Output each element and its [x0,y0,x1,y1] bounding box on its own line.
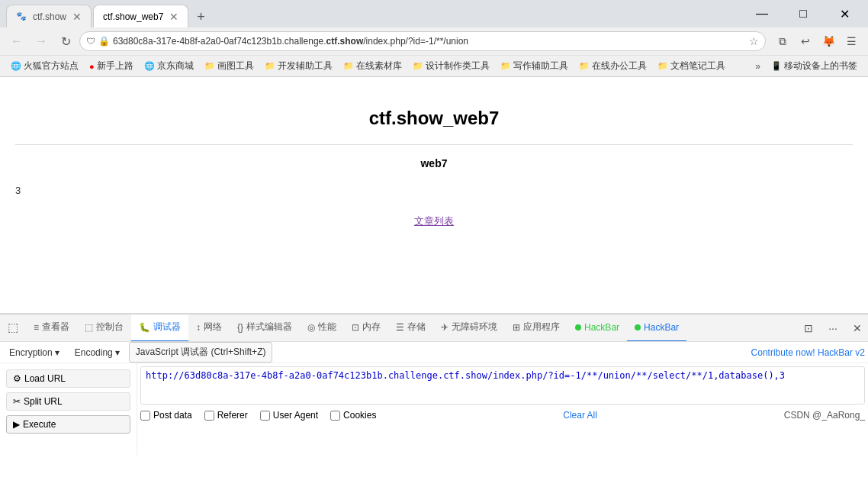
console-icon: ⬚ [85,322,93,333]
hackbar-active-label: HackBar [644,322,679,333]
bookmark-icon-1: 🌐 [11,61,21,71]
forward-button[interactable]: → [31,31,52,52]
devtools-dock-button[interactable]: ⊡ [798,318,819,339]
menu-icon[interactable]: ☰ [841,31,862,52]
devtools-right-controls: ⊡ ··· ✕ [798,318,868,339]
split-url-button[interactable]: ✂ Split URL [6,392,130,411]
bookmark-mobile[interactable]: 📱 移动设备上的书签 [767,58,862,74]
user-agent-checkbox[interactable]: User Agent [260,410,318,421]
title-bar: 🐾 ctf.show ✕ ctf.show_web7 ✕ + — □ ✕ [0,0,868,27]
lock-icon: 🔒 [98,36,110,47]
referer-checkbox[interactable]: Referer [204,410,248,421]
bookmark-label-10: 文档笔记工具 [670,60,725,73]
bookmark-office[interactable]: 📁 在线办公工具 [574,58,651,74]
devtools-hackbar-active-tab[interactable]: HackBar [627,314,686,342]
bookmark-docs[interactable]: 📁 文档笔记工具 [653,58,730,74]
tab-favicon-1: 🐾 [16,11,27,21]
devtools-storage-tab[interactable]: ☰ 存储 [388,314,433,342]
devtools-close-button[interactable]: ✕ [847,318,868,339]
hackbar-tooltip: JavaScript 调试器 (Ctrl+Shift+Z) [129,342,273,363]
devtools-hackbar-inactive[interactable]: HackBar [567,314,627,342]
bookmarks-more-button[interactable]: » [751,60,765,73]
back-button[interactable]: ← [6,31,27,52]
extensions-icon[interactable]: ⧉ [772,31,793,52]
bookmark-label-8: 写作辅助工具 [513,60,568,73]
load-url-button[interactable]: ⚙ Load URL [6,369,130,388]
execute-button[interactable]: ▶ Execute [6,415,130,434]
bookmark-label-6: 在线素材库 [356,60,402,73]
devtools-perf-tab[interactable]: ◎ 性能 [300,314,344,342]
referer-check[interactable] [204,411,214,421]
perf-label: 性能 [318,321,336,334]
bookmark-icon-mobile: 📱 [771,61,782,71]
devtools-viewer-tab[interactable]: ≡ 查看器 [26,314,77,342]
devtools-more-button[interactable]: ··· [822,318,844,339]
bookmark-label-4: 画图工具 [217,60,254,73]
viewer-icon: ≡ [34,322,39,333]
bookmark-jd[interactable]: 🌐 京东商城 [140,58,198,74]
bookmark-icon-10: 📁 [657,61,668,71]
execute-icon: ▶ [13,419,20,430]
encoding-button[interactable]: Encoding ▾ [69,346,126,360]
devtools-accessibility-tab[interactable]: ✈ 无障碍环境 [433,314,505,342]
bookmark-label-1: 火狐官方站点 [24,60,79,73]
cookies-label: Cookies [343,410,376,421]
encryption-label: Encryption [9,347,53,358]
devtools-console-tab[interactable]: ⬚ 控制台 [77,314,131,342]
tab-close-2[interactable]: ✕ [169,11,178,22]
bookmark-icon-7: 📁 [413,61,423,71]
user-agent-check[interactable] [260,411,270,421]
bookmark-draw[interactable]: 📁 画图工具 [200,58,259,74]
address-field[interactable]: 🛡 🔒 63d80c8a-317e-4b8f-a2a0-0af74c123b1b… [79,31,766,51]
tab-ctf-show[interactable]: 🐾 ctf.show ✕ [6,5,92,27]
referer-label: Referer [217,410,248,421]
clear-all-button[interactable]: Clear All [563,410,597,421]
maximize-button[interactable]: □ [786,2,821,26]
accessibility-icon: ✈ [441,322,448,333]
bookmark-new[interactable]: ● 新手上路 [85,58,138,74]
bookmark-icon-2: ● [89,62,95,71]
devtools-inspect-tab[interactable]: ⬚ [0,314,26,342]
devtools-network-tab[interactable]: ↕ 网络 [188,314,230,342]
app-icon: ⊞ [513,322,520,333]
bookmark-label-2: 新手上路 [97,60,133,73]
bookmark-star-icon[interactable]: ☆ [749,35,759,47]
cookies-checkbox[interactable]: Cookies [330,410,376,421]
back-history-icon[interactable]: ↩ [795,31,816,52]
bookmark-label-5: 开发辅助工具 [278,60,333,73]
devtools-debugger-tab[interactable]: 🐛 调试器 [131,314,188,342]
devtools-style-tab[interactable]: {} 样式编辑器 [230,314,300,342]
bookmark-design[interactable]: 📁 设计制作类工具 [408,58,494,74]
bookmark-icon-9: 📁 [579,61,590,71]
address-domain: ctf.show [326,36,364,47]
post-data-check[interactable] [140,411,150,421]
bookmark-dev[interactable]: 📁 开发辅助工具 [260,58,337,74]
browser-logo-icon[interactable]: 🦊 [818,31,839,52]
devtools-panel: ⬚ ≡ 查看器 ⬚ 控制台 🐛 调试器 ↕ 网络 {} 样式编辑器 ◎ 性能 ⊡… [0,314,868,455]
window-controls: — □ ✕ [744,2,862,26]
minimize-button[interactable]: — [744,2,780,26]
memory-label: 内存 [362,321,381,334]
bookmark-write[interactable]: 📁 写作辅助工具 [496,58,573,74]
hackbar-version-text: HackBar v2 [818,347,865,358]
execute-label: Execute [23,419,56,430]
bookmark-assets[interactable]: 📁 在线素材库 [339,58,407,74]
refresh-button[interactable]: ↻ [55,31,76,52]
viewer-label: 查看器 [42,321,69,334]
hackbar-contribute-link[interactable]: Contribute now! HackBar v2 [751,347,865,358]
close-button[interactable]: ✕ [827,2,862,26]
article-list-link[interactable]: 文章列表 [15,214,853,228]
devtools-memory-tab[interactable]: ⊡ 内存 [344,314,388,342]
app-label: 应用程序 [523,321,560,334]
load-url-icon: ⚙ [13,373,21,384]
inspect-icon: ⬚ [8,321,18,334]
encryption-button[interactable]: Encryption ▾ [3,346,66,360]
devtools-app-tab[interactable]: ⊞ 应用程序 [505,314,567,342]
tab-ctf-show-web7[interactable]: ctf.show_web7 ✕ [93,5,188,27]
cookies-check[interactable] [330,411,340,421]
hackbar-url-input[interactable] [140,366,865,405]
post-data-checkbox[interactable]: Post data [140,410,192,421]
bookmark-huhu[interactable]: 🌐 火狐官方站点 [6,58,83,74]
new-tab-button[interactable]: + [190,6,211,27]
tab-close-1[interactable]: ✕ [72,11,82,22]
